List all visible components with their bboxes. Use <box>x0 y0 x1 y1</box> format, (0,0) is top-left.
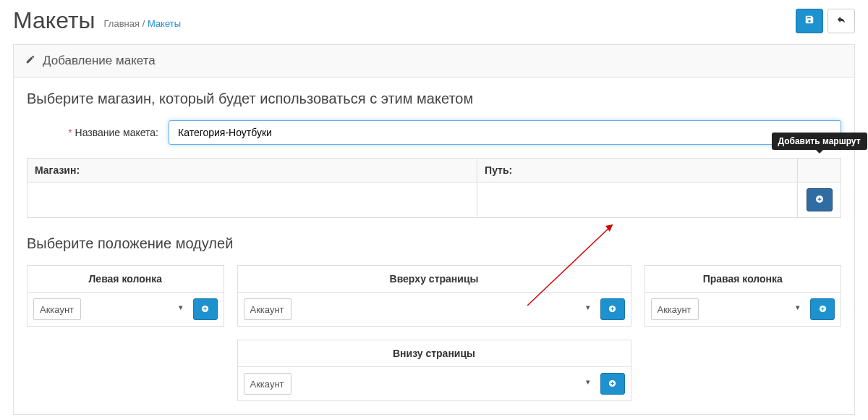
left-column-select[interactable]: Аккаунт <box>33 298 81 320</box>
add-route-tooltip: Добавить маршрут <box>771 133 867 150</box>
top-page-select[interactable]: Аккаунт <box>244 298 292 320</box>
save-icon <box>804 14 814 27</box>
section-modules-title: Выберите положение модулей <box>27 235 841 252</box>
save-button[interactable] <box>796 9 823 33</box>
breadcrumb-current[interactable]: Макеты <box>148 18 181 29</box>
right-column-box: Правая колонка Аккаунт <box>644 265 842 327</box>
bottom-page-select[interactable]: Аккаунт <box>244 373 292 395</box>
col-store: Магазин: <box>27 159 477 182</box>
svg-marker-2 <box>605 224 613 232</box>
back-button[interactable] <box>827 9 855 33</box>
table-row <box>27 182 841 218</box>
plus-circle-icon <box>815 195 824 206</box>
bottom-page-title: Внизу страницы <box>238 340 631 367</box>
page-title: Макеты <box>13 7 95 34</box>
bottom-page-box: Внизу страницы Аккаунт <box>237 340 631 401</box>
left-column-title: Левая колонка <box>27 266 224 293</box>
pencil-icon <box>25 54 35 67</box>
reply-icon <box>836 14 846 27</box>
right-column-add-button[interactable] <box>810 298 835 320</box>
col-route: Путь: <box>477 159 798 182</box>
plus-circle-icon <box>201 304 209 315</box>
bottom-page-add-button[interactable] <box>600 373 625 395</box>
section-store-title: Выберите магазин, который будет использо… <box>27 91 841 107</box>
panel-heading: Добавление макета <box>43 54 156 68</box>
layout-name-input[interactable] <box>169 120 841 145</box>
right-column-select[interactable]: Аккаунт <box>651 298 699 320</box>
top-page-add-button[interactable] <box>600 298 625 320</box>
left-column-add-button[interactable] <box>193 298 218 320</box>
plus-circle-icon <box>608 304 616 315</box>
breadcrumb: Главная / Макеты <box>104 12 181 29</box>
table-header-row: Магазин: Путь: Добавить маршрут <box>27 159 841 182</box>
add-route-button[interactable] <box>807 188 833 211</box>
left-column-box: Левая колонка Аккаунт <box>27 265 224 327</box>
plus-circle-icon <box>608 379 616 390</box>
name-label: *Название макета: <box>27 127 169 138</box>
breadcrumb-home[interactable]: Главная <box>104 18 140 29</box>
top-page-box: Вверху страницы Аккаунт <box>237 265 631 327</box>
plus-circle-icon <box>819 304 827 315</box>
right-column-title: Правая колонка <box>645 266 841 293</box>
top-page-title: Вверху страницы <box>238 266 631 293</box>
